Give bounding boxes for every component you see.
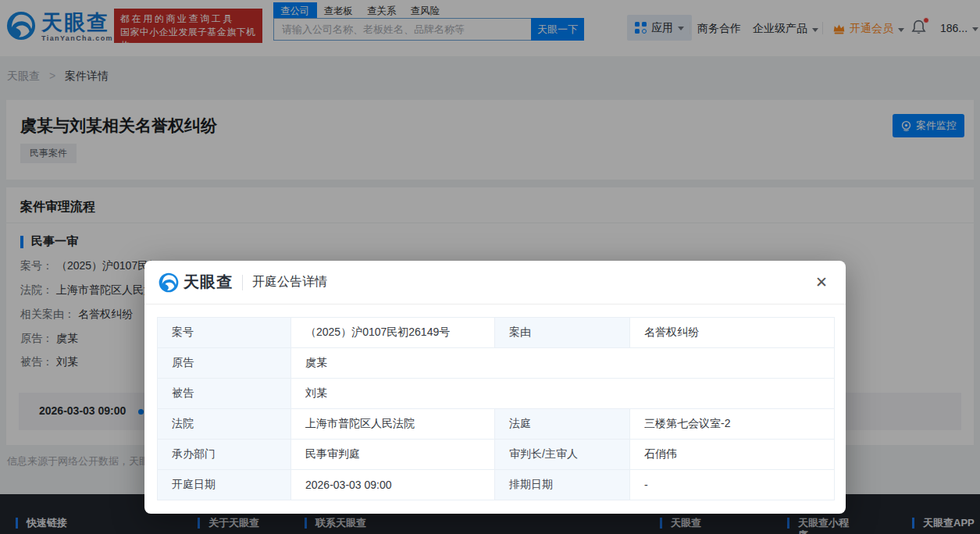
cell-label: 开庭日期 (158, 470, 291, 500)
cell-label: 审判长/主审人 (495, 440, 630, 470)
cell-label: 案由 (495, 318, 630, 348)
cell-label: 被告 (158, 379, 291, 409)
cell-value: 三楼第七会议室-2 (630, 409, 835, 440)
hearing-detail-table: 案号 （2025）沪0107民初26149号 案由 名誉权纠纷 原告 虞某 被告… (157, 317, 835, 500)
cell-value: （2025）沪0107民初26149号 (291, 318, 495, 348)
modal-title-divider (242, 275, 243, 290)
modal-logo: 天眼查 (159, 272, 233, 293)
cell-label: 原告 (158, 348, 291, 379)
cell-value: 民事审判庭 (291, 440, 495, 470)
cell-value: - (630, 470, 835, 500)
cell-value: 虞某 (291, 348, 835, 379)
table-row: 开庭日期 2026-03-03 09:00 排期日期 - (158, 470, 835, 500)
cell-value: 刘某 (291, 379, 835, 409)
close-icon[interactable]: ✕ (811, 272, 832, 292)
table-row: 案号 （2025）沪0107民初26149号 案由 名誉权纠纷 (158, 318, 835, 348)
cell-value: 2026-03-03 09:00 (291, 470, 495, 500)
modal-logo-title: 天眼查 (184, 272, 233, 293)
cell-label: 排期日期 (495, 470, 630, 500)
cell-value: 上海市普陀区人民法院 (291, 409, 495, 440)
cell-label: 承办部门 (158, 440, 291, 470)
hearing-detail-modal: 天眼查 开庭公告详情 ✕ 案号 （2025）沪0107民初26149号 案由 名… (144, 261, 846, 514)
tianyancha-logo-icon (159, 272, 179, 293)
cell-label: 法庭 (495, 409, 630, 440)
table-row: 被告 刘某 (158, 379, 835, 409)
table-row: 法院 上海市普陀区人民法院 法庭 三楼第七会议室-2 (158, 409, 835, 440)
cell-value: 名誉权纠纷 (630, 318, 835, 348)
table-row: 原告 虞某 (158, 348, 835, 379)
cell-label: 案号 (158, 318, 291, 348)
cell-label: 法院 (158, 409, 291, 440)
modal-title: 开庭公告详情 (252, 274, 327, 290)
modal-header: 天眼查 开庭公告详情 ✕ (144, 261, 846, 304)
table-row: 承办部门 民事审判庭 审判长/主审人 石俏伟 (158, 440, 835, 470)
cell-value: 石俏伟 (630, 440, 835, 470)
page: 天眼查 TianYanCha.com 都在用的商业查询工具 国家中小企业发展子基… (0, 0, 980, 534)
